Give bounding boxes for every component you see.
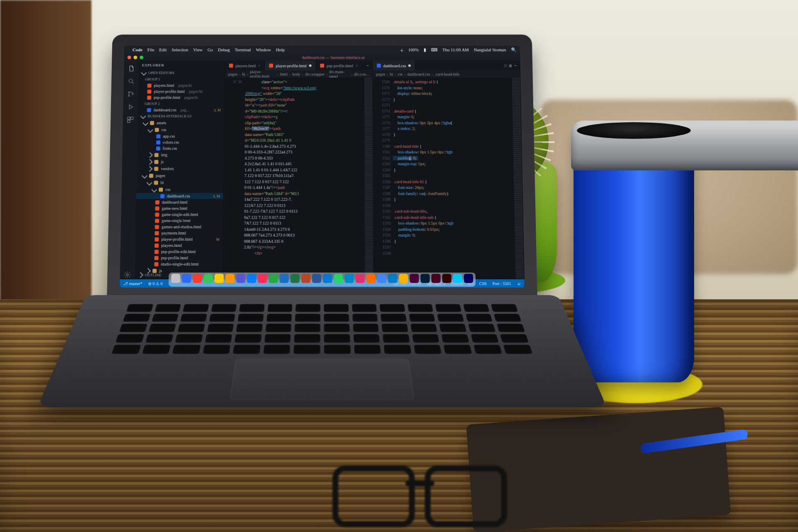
dock-app[interactable] bbox=[258, 274, 267, 283]
folder-img[interactable]: img bbox=[137, 151, 224, 158]
folder-pages[interactable]: pages bbox=[137, 172, 224, 179]
mac-menu-help[interactable]: Help bbox=[276, 47, 285, 52]
mac-menu-go[interactable]: Go bbox=[207, 47, 213, 52]
fullscreen-window-button[interactable] bbox=[140, 55, 143, 59]
code-left[interactable]: class="active"> <svg xmlns="http://www.w… bbox=[243, 78, 365, 278]
dock-app[interactable] bbox=[421, 274, 430, 283]
gear-icon[interactable] bbox=[123, 271, 131, 278]
tab-psp-profile.html[interactable]: psp-profile.html× bbox=[316, 61, 362, 70]
wifi-icon[interactable]: ⏚ bbox=[401, 47, 404, 52]
tabs-right[interactable]: dashboard.css ▢ ▥ ⋯ bbox=[372, 61, 520, 70]
file-players.html[interactable]: players.html bbox=[135, 242, 223, 249]
dock-app[interactable] bbox=[355, 274, 365, 283]
code-right[interactable]: .details ul li, .settings ul li { list-s… bbox=[392, 78, 516, 278]
dock-app[interactable] bbox=[236, 274, 245, 283]
editor-toolbar[interactable]: ▢ ▥ ⋯ bbox=[501, 61, 520, 70]
outline-label[interactable]: OUTLINE bbox=[145, 273, 161, 277]
status-item[interactable]: Port : 5501 bbox=[493, 281, 511, 286]
sidebar-explorer[interactable]: EXPLORER OPEN EDITORS GROUP 1players.htm… bbox=[135, 61, 225, 278]
crumb[interactable]: player-profile.html bbox=[250, 70, 276, 79]
dock-app[interactable] bbox=[280, 274, 289, 283]
tab-player-profile.html[interactable]: player-profile.html bbox=[265, 61, 316, 70]
dock-app[interactable] bbox=[345, 274, 354, 283]
minimap-left[interactable] bbox=[364, 78, 373, 278]
tabs-left[interactable]: players.html×player-profile.htmlpsp-prof… bbox=[225, 61, 372, 70]
dock-app[interactable] bbox=[334, 274, 343, 283]
file-app.css[interactable]: app.css bbox=[138, 133, 224, 139]
crumb[interactable]: html bbox=[280, 72, 288, 76]
tab-dashboard.css[interactable]: dashboard.css bbox=[372, 61, 415, 70]
crumb[interactable]: dashboard.css bbox=[407, 72, 430, 76]
mac-menu-view[interactable]: View bbox=[193, 47, 203, 52]
dock-app[interactable] bbox=[377, 274, 386, 283]
editor-toolbar[interactable]: ⋯ bbox=[363, 61, 372, 70]
mac-menu-code[interactable]: Code bbox=[133, 47, 143, 52]
dock-app[interactable] bbox=[323, 274, 332, 283]
status-item[interactable]: ⊘ 0 bbox=[148, 281, 155, 286]
dock-app[interactable] bbox=[301, 274, 310, 283]
mac-menu-file[interactable]: File bbox=[147, 47, 154, 52]
tab-players.html[interactable]: players.html× bbox=[225, 61, 265, 70]
battery-status[interactable]: 100% bbox=[408, 47, 419, 52]
crumb[interactable]: div.main-panel bbox=[329, 70, 350, 79]
file-payments.html[interactable]: payments.html bbox=[135, 230, 223, 236]
dock-app[interactable] bbox=[204, 274, 213, 283]
mac-menu-debug[interactable]: Debug bbox=[218, 47, 230, 52]
file-dashboard.css[interactable]: dashboard.css3, M bbox=[136, 193, 223, 199]
source-control-icon[interactable] bbox=[127, 91, 135, 98]
dock-app[interactable] bbox=[225, 274, 234, 283]
file-psp-profile.html[interactable]: psp-profile.html bbox=[135, 255, 223, 261]
breadcrumbs-left[interactable]: pages›bi›player-profile.html›html›body›d… bbox=[225, 70, 372, 77]
crumb[interactable]: css bbox=[398, 72, 403, 76]
folder-js[interactable]: js bbox=[137, 158, 224, 165]
folder-assets[interactable]: assets bbox=[138, 119, 224, 126]
window-traffic-lights[interactable] bbox=[124, 55, 147, 59]
dock-app[interactable] bbox=[453, 274, 462, 283]
file-game-new.html[interactable]: game-new.html bbox=[136, 205, 223, 212]
folder-vendors[interactable]: vendors bbox=[137, 165, 224, 172]
extensions-icon[interactable] bbox=[127, 116, 134, 123]
crumb[interactable]: bi bbox=[242, 72, 245, 76]
macos-menubar[interactable]: CodeFileEditSelectionViewGoDebugTerminal… bbox=[124, 46, 520, 54]
file-dashboard.html[interactable]: dashboard.html bbox=[136, 199, 223, 205]
dock-app[interactable] bbox=[269, 274, 278, 283]
file-colors.css[interactable]: colors.css bbox=[137, 139, 224, 145]
file-player-profile.html[interactable]: player-profile.htmlM bbox=[135, 236, 223, 242]
file-games-and-studios.html[interactable]: games-and-studios.html bbox=[136, 224, 223, 230]
folder-css[interactable]: css bbox=[136, 186, 223, 193]
dock-app[interactable] bbox=[399, 274, 408, 283]
dock-app[interactable] bbox=[171, 274, 180, 283]
git-branch[interactable]: ⎇ master* bbox=[123, 281, 143, 286]
files-icon[interactable] bbox=[128, 65, 135, 72]
status-item[interactable]: CSS bbox=[479, 281, 487, 286]
crumb[interactable]: pages bbox=[376, 72, 385, 76]
crumb[interactable]: .card-head-title bbox=[435, 72, 460, 76]
open-editor-item[interactable]: dashboard.csspag...3, M bbox=[138, 107, 224, 113]
file-fonts.css[interactable]: fonts.css bbox=[137, 145, 224, 152]
open-editor-item[interactable]: player-profile.htmlpages/bi bbox=[138, 89, 224, 94]
workspace-label[interactable]: BUSINESS-INTERFACE-UI bbox=[148, 114, 192, 118]
file-game-single-edit.html[interactable]: game-single-edit.html bbox=[136, 212, 223, 218]
status-item[interactable]: ☺ bbox=[517, 281, 521, 286]
mac-menu-terminal[interactable]: Terminal bbox=[235, 47, 251, 52]
file-psp-profile-edit.html[interactable]: psp-profile-edit.html bbox=[135, 249, 222, 255]
dock-app[interactable] bbox=[442, 274, 451, 283]
battery-icon[interactable]: ▮ bbox=[424, 47, 426, 52]
open-editor-item[interactable]: psp-profile.htmlpages/bi bbox=[138, 94, 224, 100]
status-item[interactable]: ⚠ 0 bbox=[156, 281, 163, 286]
dock-app[interactable] bbox=[193, 274, 202, 283]
mac-menu-edit[interactable]: Edit bbox=[159, 47, 167, 52]
open-editors-label[interactable]: OPEN EDITORS bbox=[148, 71, 175, 75]
crumb[interactable]: div.con... bbox=[354, 72, 369, 76]
crumb[interactable]: body bbox=[292, 72, 300, 76]
spotlight-icon[interactable]: 🔍 bbox=[511, 47, 517, 52]
dock-app[interactable] bbox=[247, 274, 256, 283]
dock-app[interactable] bbox=[312, 274, 321, 283]
dock-app[interactable] bbox=[182, 274, 191, 283]
clock[interactable]: Thu 11:09 AM bbox=[442, 47, 469, 52]
file-studio-single-edit.html[interactable]: studio-single-edit.html bbox=[135, 261, 223, 267]
close-window-button[interactable] bbox=[128, 55, 131, 59]
dock-app[interactable] bbox=[214, 274, 224, 283]
file-game-single.html[interactable]: game-single.html bbox=[136, 217, 223, 224]
dock-app[interactable] bbox=[410, 274, 419, 283]
